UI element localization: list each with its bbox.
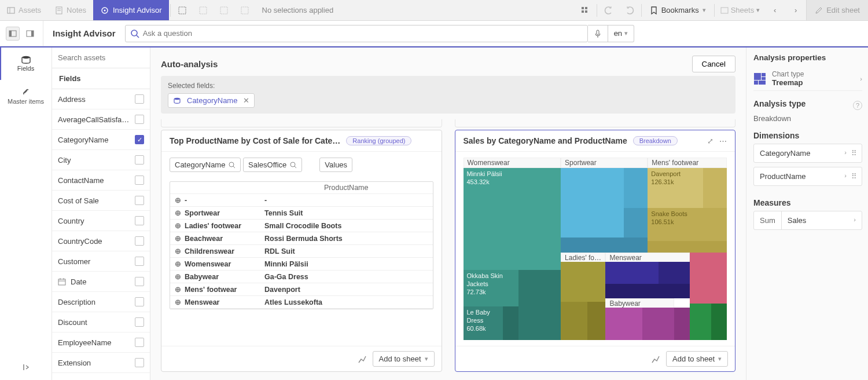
more-icon[interactable]: ⋯ bbox=[719, 137, 727, 145]
dim-chip-category[interactable]: CategoryName bbox=[170, 158, 241, 172]
edit-sheet-button: Edit sheet bbox=[806, 0, 868, 20]
field-row[interactable]: Country bbox=[52, 211, 150, 231]
ask-question-input[interactable] bbox=[125, 25, 588, 42]
checkbox[interactable] bbox=[135, 317, 144, 327]
chart-type-row[interactable]: Chart type Treemap › bbox=[753, 67, 862, 91]
svg-point-33 bbox=[290, 162, 295, 167]
values-chip[interactable]: Values bbox=[319, 158, 352, 172]
explore-icon[interactable] bbox=[358, 355, 367, 364]
checkbox[interactable]: ✓ bbox=[135, 135, 144, 144]
search-assets-input[interactable] bbox=[52, 48, 150, 68]
close-icon[interactable]: ✕ bbox=[243, 96, 249, 105]
smart-search-icon[interactable] bbox=[172, 0, 193, 20]
drag-handle-icon[interactable]: ⠿ bbox=[851, 172, 856, 181]
treemap-cell[interactable]: Snake Boots106.51k bbox=[648, 208, 727, 241]
fields-vtab[interactable]: Fields bbox=[0, 48, 52, 80]
search-icon bbox=[130, 29, 139, 38]
svg-line-21 bbox=[137, 35, 139, 38]
explore-icon[interactable] bbox=[651, 355, 660, 364]
field-row[interactable]: CategoryName✓ bbox=[52, 130, 150, 150]
svg-rect-26 bbox=[58, 279, 65, 285]
language-select[interactable]: en▾ bbox=[608, 25, 634, 42]
panel-right-toggle[interactable] bbox=[23, 27, 37, 41]
title-bar: Insight Advisor en▾ bbox=[0, 21, 868, 46]
field-row[interactable]: Discount bbox=[52, 312, 150, 332]
chevron-down-icon: ▾ bbox=[703, 6, 706, 14]
svg-rect-17 bbox=[9, 31, 12, 36]
checkbox[interactable] bbox=[135, 176, 144, 185]
treemap-chart[interactable]: Womenswear Sportwear Mens' footwear Minn… bbox=[464, 158, 727, 340]
checkbox[interactable] bbox=[135, 155, 144, 165]
pivot-row[interactable]: -- bbox=[170, 194, 433, 207]
notes-tab[interactable]: Notes bbox=[48, 0, 93, 20]
checkbox[interactable] bbox=[135, 257, 144, 266]
checkbox[interactable] bbox=[135, 115, 144, 124]
pivot-row[interactable]: BabywearGa-Ga Dress bbox=[170, 271, 433, 283]
top-toolbar: Assets Notes Insight Advisor No selectio… bbox=[0, 0, 868, 21]
svg-line-32 bbox=[233, 166, 235, 168]
pivot-row[interactable]: WomenswearMinnki Pälsii bbox=[170, 258, 433, 271]
analysis-properties-panel: Analysis properties Chart type Treemap ›… bbox=[746, 48, 868, 380]
selected-field-chip[interactable]: CategoryName ✕ bbox=[168, 93, 255, 108]
checkbox[interactable] bbox=[135, 196, 144, 205]
add-to-sheet-button[interactable]: Add to sheet▾ bbox=[666, 351, 728, 367]
redo-icon bbox=[619, 0, 640, 20]
field-row[interactable]: Extension bbox=[52, 353, 150, 373]
undo-icon bbox=[598, 0, 619, 20]
insight-advisor-tab[interactable]: Insight Advisor bbox=[93, 0, 169, 20]
search-icon bbox=[290, 162, 297, 169]
analysis-type-heading: Analysis type bbox=[753, 99, 806, 108]
pivot-row[interactable]: SportwearTennis Suit bbox=[170, 207, 433, 220]
field-row[interactable]: Cost of Sale bbox=[52, 191, 150, 211]
treemap-cell[interactable]: Le Baby Dress60.68k bbox=[464, 306, 503, 340]
drag-handle-icon[interactable]: ⠿ bbox=[851, 149, 856, 158]
dim-chip-salesoffice[interactable]: SalesOffice bbox=[243, 158, 302, 172]
dimension-item[interactable]: ProductName ›⠿ bbox=[753, 167, 862, 186]
checkbox[interactable] bbox=[135, 94, 144, 104]
add-to-sheet-button[interactable]: Add to sheet▾ bbox=[373, 351, 435, 367]
checkbox[interactable] bbox=[135, 236, 144, 246]
checkbox[interactable] bbox=[135, 297, 144, 306]
field-row[interactable]: EmployeeName bbox=[52, 332, 150, 353]
field-row[interactable]: ContactName bbox=[52, 170, 150, 191]
panel-left-toggle[interactable] bbox=[6, 27, 20, 41]
treemap-cell[interactable]: Davenport126.31k bbox=[648, 168, 703, 208]
help-icon[interactable]: ? bbox=[853, 101, 862, 110]
chevron-right-icon: › bbox=[860, 75, 862, 82]
field-row[interactable]: Description bbox=[52, 292, 150, 312]
mic-button[interactable] bbox=[588, 25, 608, 42]
svg-rect-37 bbox=[762, 77, 766, 80]
field-row[interactable]: AverageCallSatisfac… bbox=[52, 109, 150, 130]
field-row[interactable]: Date bbox=[52, 272, 150, 292]
cancel-button[interactable]: Cancel bbox=[692, 56, 736, 72]
dimension-item[interactable]: CategoryName ›⠿ bbox=[753, 144, 862, 163]
prev-sheet-icon: ‹ bbox=[764, 0, 785, 20]
treemap-cell[interactable]: Minnki Pälsii453.32k bbox=[464, 168, 561, 270]
grid-icon[interactable] bbox=[575, 0, 595, 20]
collapse-tabs-button[interactable] bbox=[0, 355, 52, 380]
treemap-cell[interactable]: Okkaba Skin Jackets72.73k bbox=[464, 270, 519, 306]
fullscreen-icon[interactable]: ⤢ bbox=[707, 137, 713, 145]
measure-item[interactable]: Sum Sales › bbox=[753, 211, 862, 230]
svg-rect-9 bbox=[220, 7, 227, 14]
assets-tab[interactable]: Assets bbox=[0, 0, 48, 20]
pivot-row[interactable]: Ladies' footwearSmall Crocodile Boots bbox=[170, 220, 433, 232]
field-row[interactable]: CountryCode bbox=[52, 231, 150, 251]
pivot-row[interactable]: Mens' footwearDavenport bbox=[170, 283, 433, 296]
bookmarks-menu[interactable]: Bookmarks ▾ bbox=[643, 6, 713, 14]
field-row[interactable]: Customer bbox=[52, 251, 150, 272]
step-back-icon bbox=[193, 0, 214, 20]
svg-rect-39 bbox=[759, 81, 766, 85]
checkbox[interactable] bbox=[135, 277, 144, 286]
field-row[interactable]: Address bbox=[52, 89, 150, 109]
auto-analysis-heading: Auto-analysis bbox=[161, 59, 218, 69]
pivot-row[interactable]: ChildrenswearRDL Suit bbox=[170, 245, 433, 258]
checkbox[interactable] bbox=[135, 338, 144, 347]
selected-fields-bar: Selected fields: CategoryName ✕ bbox=[161, 76, 735, 114]
checkbox[interactable] bbox=[135, 358, 144, 367]
pivot-row[interactable]: BeachwearRossi Bermuda Shorts bbox=[170, 232, 433, 245]
pivot-row[interactable]: MenswearAtles Lussekofta bbox=[170, 296, 433, 309]
checkbox[interactable] bbox=[135, 216, 144, 225]
field-row[interactable]: City bbox=[52, 150, 150, 170]
master-items-vtab[interactable]: Master items bbox=[0, 80, 52, 112]
